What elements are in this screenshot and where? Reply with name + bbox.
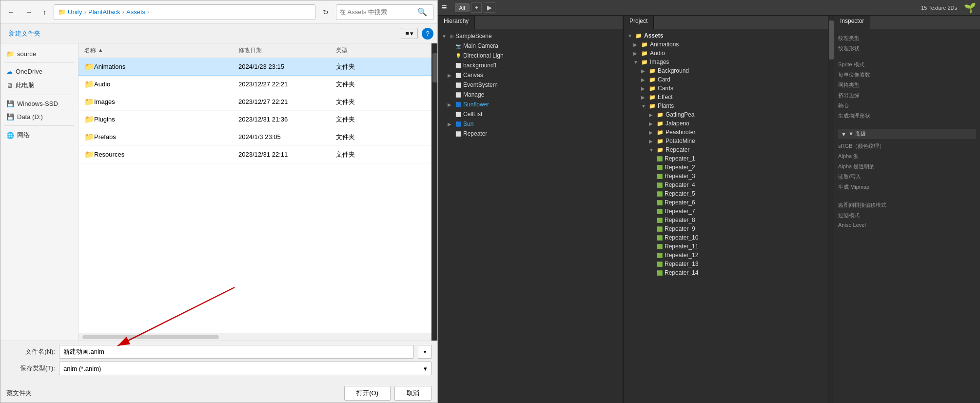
open-btn[interactable]: 打开(O) xyxy=(344,386,391,401)
expand-placeholder: ▶ xyxy=(641,95,647,100)
tree-item-audio[interactable]: ▶ 📁 Audio xyxy=(624,49,828,58)
tree-item-images[interactable]: ▼ 📁 Images xyxy=(624,58,828,66)
project-scroll-thumb[interactable] xyxy=(829,20,834,60)
hierarchy-tab[interactable]: Hierarchy xyxy=(438,16,475,29)
sprite-icon: 🟩 xyxy=(657,226,663,232)
tree-item-card[interactable]: ▶ 📁 Card xyxy=(624,75,828,84)
hierarchy-item-scene[interactable]: ▼ ⊞ SampleScene xyxy=(438,31,623,41)
col-header-name[interactable]: 名称 ▲ xyxy=(78,45,235,56)
hierarchy-item-eventsystem[interactable]: ⬜ EventSystem xyxy=(438,80,623,90)
sunflower-icon: 🟦 xyxy=(455,102,461,107)
hierarchy-item-repeater[interactable]: ⬜ Repeater xyxy=(438,129,623,139)
sidebar-label-data-d: Data (D:) xyxy=(17,113,43,121)
horizontal-scrollbar[interactable] xyxy=(78,333,431,341)
hierarchy-item-manage[interactable]: ⬜ Manage xyxy=(438,90,623,100)
expand-icon: ▼ xyxy=(641,103,647,109)
tree-item-background[interactable]: ▶ 📁 Background xyxy=(624,66,828,75)
hierarchy-item-background1[interactable]: ⬜ background1 xyxy=(438,60,623,70)
play-btn[interactable]: ▶ xyxy=(484,2,495,13)
back-btn[interactable]: ← xyxy=(4,6,18,19)
tree-item-repeater-4[interactable]: 🟩 Repeater_4 xyxy=(624,181,828,189)
hierarchy-item-celllist[interactable]: ⬜ CellList xyxy=(438,109,623,119)
sidebar-item-computer[interactable]: 🖥 此电脑 xyxy=(0,78,78,93)
all-btn[interactable]: All xyxy=(455,3,470,12)
tree-item-repeater-2[interactable]: 🟩 Repeater_2 xyxy=(624,163,828,172)
inspector-row-readwrite: 读取/写入 xyxy=(838,172,976,182)
tree-item-repeater-5[interactable]: 🟩 Repeater_5 xyxy=(624,189,828,198)
breadcrumb[interactable]: 📁 Unity › PlantAttack › Assets › xyxy=(54,4,315,20)
tree-item-repeater-10[interactable]: 🟩 Repeater_10 xyxy=(624,233,828,242)
tree-label-effect: Effect xyxy=(658,94,672,101)
tree-item-peashooter[interactable]: ▶ 📁 Peashooter xyxy=(624,128,828,137)
sidebar-item-network[interactable]: 🌐 网络 xyxy=(0,128,78,142)
col-header-date[interactable]: 修改日期 xyxy=(235,45,332,56)
tree-item-plants[interactable]: ▼ 📁 Plants xyxy=(624,101,828,110)
hierarchy-item-canvas[interactable]: ▶ ⬜ Canvas xyxy=(438,70,623,80)
filename-dropdown-btn[interactable]: ▾ xyxy=(418,345,431,359)
project-tab[interactable]: Project xyxy=(624,16,654,29)
refresh-btn[interactable]: ↻ xyxy=(319,6,332,19)
hierarchy-item-sunflower[interactable]: ▶ 🟦 Sunflower xyxy=(438,100,623,109)
search-input[interactable] xyxy=(339,8,417,16)
tree-item-repeater-11[interactable]: 🟩 Repeater_11 xyxy=(624,242,828,251)
sidebar-item-data-d[interactable]: 💾 Data (D:) xyxy=(0,110,78,123)
cancel-btn[interactable]: 取消 xyxy=(394,386,431,401)
tree-item-repeater-8[interactable]: 🟩 Repeater_8 xyxy=(624,216,828,224)
advanced-section-header[interactable]: ▼ ▼ 高级 xyxy=(838,129,976,139)
tree-item-potatomine[interactable]: ▶ 📁 PotatoMine xyxy=(624,137,828,145)
help-btn[interactable]: ? xyxy=(422,28,433,40)
hide-folder-btn[interactable]: 藏文件夹 xyxy=(6,389,32,398)
expand-placeholder: ▶ xyxy=(649,121,655,126)
hierarchy-item-dirlight[interactable]: 💡 Directional Ligh xyxy=(438,51,623,60)
tree-label-repeater-14: Repeater_14 xyxy=(665,269,698,276)
tree-item-effect[interactable]: ▶ 📁 Effect xyxy=(624,93,828,101)
menu-btn[interactable]: ≡ ▾ xyxy=(401,28,418,39)
tree-item-repeater-12[interactable]: 🟩 Repeater_12 xyxy=(624,251,828,260)
tree-item-animations[interactable]: ▶ 📁 Animations xyxy=(624,40,828,49)
file-row[interactable]: 📁 Audio 2023/12/27 22:21 文件夹 xyxy=(78,76,431,93)
vertical-scrollbar[interactable] xyxy=(431,43,437,341)
sidebar-item-windows-ssd[interactable]: 💾 Windows-SSD xyxy=(0,97,78,110)
file-row[interactable]: 📁 Resources 2023/12/31 22:11 文件夹 xyxy=(78,146,431,163)
tree-item-cards[interactable]: ▶ 📁 Cards xyxy=(624,84,828,93)
breadcrumb-plantattack[interactable]: PlantAttack xyxy=(88,8,120,16)
hierarchy-item-maincamera[interactable]: 📷 Main Camera xyxy=(438,41,623,51)
up-btn[interactable]: ↑ xyxy=(39,6,50,19)
inspector-tab[interactable]: Inspector xyxy=(834,16,870,29)
breadcrumb-assets[interactable]: Assets xyxy=(126,8,145,16)
tree-item-assets[interactable]: ▼ 📁 Assets xyxy=(624,31,828,40)
plus-btn[interactable]: + xyxy=(471,2,482,13)
tree-label-card: Card xyxy=(658,76,670,83)
file-row[interactable]: 📁 Plugins 2023/12/31 21:36 文件夹 xyxy=(78,111,431,128)
tree-item-gatlingpea[interactable]: ▶ 📁 GatlingPea xyxy=(624,110,828,119)
sprite-icon: 🟩 xyxy=(657,209,663,214)
breadcrumb-unity[interactable]: Unity xyxy=(68,8,82,16)
tree-item-repeater-1[interactable]: 🟩 Repeater_1 xyxy=(624,154,828,163)
tree-item-repeater-3[interactable]: 🟩 Repeater_3 xyxy=(624,172,828,181)
tree-item-repeater-14[interactable]: 🟩 Repeater_14 xyxy=(624,268,828,277)
tree-item-repeater-7[interactable]: 🟩 Repeater_7 xyxy=(624,207,828,216)
sidebar-item-source[interactable]: 📁 source xyxy=(0,47,78,60)
drive-d-icon: 💾 xyxy=(6,113,14,121)
sidebar-item-onedrive[interactable]: ☁ OneDrive xyxy=(0,65,78,78)
tree-label-cards: Cards xyxy=(658,85,673,92)
drive-icon: 💾 xyxy=(6,100,14,107)
file-row[interactable]: 📁 Prefabs 2024/1/3 23:05 文件夹 xyxy=(78,128,431,146)
tree-item-repeater-13[interactable]: 🟩 Repeater_13 xyxy=(624,260,828,268)
filename-input[interactable] xyxy=(59,345,414,359)
filetype-select[interactable]: anim (*.anim) ▾ xyxy=(59,362,431,375)
hierarchy-item-sun[interactable]: ▶ 🟦 Sun xyxy=(438,119,623,129)
new-folder-btn[interactable]: 新建文件夹 xyxy=(4,27,45,40)
tree-item-jalapeno[interactable]: ▶ 📁 Jalapeno xyxy=(624,119,828,128)
tree-item-repeater-9[interactable]: 🟩 Repeater_9 xyxy=(624,224,828,233)
tree-item-repeater-6[interactable]: 🟩 Repeater_6 xyxy=(624,198,828,207)
search-bar[interactable]: 🔍 xyxy=(336,4,433,20)
sidebar-label-computer: 此电脑 xyxy=(16,81,35,90)
project-scrollbar[interactable] xyxy=(828,16,834,403)
tree-item-repeater[interactable]: ▼ 📁 Repeater xyxy=(624,145,828,154)
scroll-thumb-h[interactable] xyxy=(82,335,219,339)
file-row[interactable]: 📁 Images 2023/12/27 22:21 文件夹 xyxy=(78,93,431,111)
scroll-thumb-v[interactable] xyxy=(432,53,437,82)
forward-btn[interactable]: → xyxy=(22,6,36,19)
file-row[interactable]: 📁 Animations 2024/1/23 23:15 文件夹 xyxy=(78,58,431,76)
